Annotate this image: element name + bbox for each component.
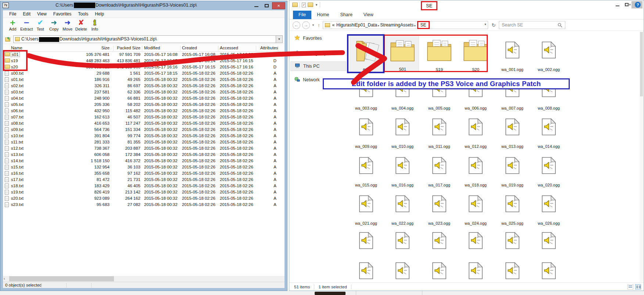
table-row[interactable]: s08.txt416 653117 2472015-05-18 00:32201… — [3, 121, 285, 127]
folder-item[interactable]: edit — [350, 35, 383, 72]
file-item[interactable] — [496, 262, 529, 281]
file-item[interactable]: wa_020.ogg — [532, 151, 565, 188]
file-item[interactable]: wa_016.ogg — [386, 151, 419, 188]
info-button[interactable]: iInfo — [88, 18, 101, 31]
sidebar-item-homegroup[interactable]: Homegroup — [294, 50, 327, 57]
file-item[interactable]: wa_023.ogg — [423, 189, 456, 226]
menu-item-view[interactable]: View — [34, 11, 50, 17]
file-item[interactable]: wa_012.ogg — [459, 112, 492, 149]
file-item[interactable] — [496, 232, 529, 250]
table-row[interactable]: s19448 283 463413 836 4812015-05-17 16:1… — [3, 58, 285, 64]
file-item[interactable] — [386, 262, 419, 281]
file-item[interactable]: wa_009.ogg — [350, 112, 383, 149]
column-header-created[interactable]: Created — [182, 46, 197, 50]
file-item[interactable] — [459, 232, 492, 250]
file-item[interactable]: wa_002.ogg — [532, 35, 565, 72]
breadcrumb-item-se[interactable]: SE — [417, 21, 430, 29]
table-row[interactable]: s11.txt281 33381 3552015-05-18 00:322015… — [3, 139, 285, 146]
breadcrumb-overflow[interactable]: « — [332, 22, 334, 28]
file-item[interactable] — [423, 262, 456, 281]
breadcrumb[interactable]: « HigurashiEp01_Data ▸ StreamingAssets ▸… — [323, 21, 488, 29]
parent-folder-icon[interactable]: ↰ — [5, 36, 11, 42]
file-item[interactable]: wa_018.ogg — [459, 151, 492, 188]
menu-item-favorites[interactable]: Favorites — [50, 11, 75, 17]
file-item[interactable]: wa_017.ogg — [423, 151, 456, 188]
file-item[interactable] — [532, 262, 565, 281]
menu-item-edit[interactable]: Edit — [19, 11, 34, 17]
copy-button[interactable]: ➜Copy — [47, 18, 61, 31]
tab-file[interactable]: File — [293, 11, 311, 19]
file-item[interactable]: wa_013.ogg — [496, 112, 529, 149]
sidebar-item-network[interactable]: Network — [294, 77, 320, 83]
table-row[interactable]: s03.txt237 58162 3362015-05-18 00:322015… — [3, 89, 285, 96]
refresh-icon[interactable]: ↻ — [490, 22, 497, 28]
new-folder-icon[interactable] — [308, 3, 313, 7]
table-row[interactable]: s00.txt29 6881 5612015-05-17 18:152015-0… — [3, 71, 285, 77]
file-item[interactable] — [386, 232, 419, 250]
column-header-modified[interactable]: Modified — [144, 46, 160, 50]
folder-item[interactable]: S19 — [423, 35, 456, 72]
breadcrumb-item-higurashiep01_data[interactable]: HigurashiEp01_Data — [336, 22, 377, 28]
sevenzip-path-combobox[interactable]: C:\UsersDownloads\Higurashi\HigurashiPS3… — [13, 35, 283, 43]
file-item[interactable] — [350, 262, 383, 281]
table-row[interactable]: s01105 376 48197 591 7092015-05-17 16:08… — [3, 52, 285, 58]
column-header-name[interactable]: Name — [11, 46, 22, 50]
table-row[interactable]: s17.txt81 47221 7312015-05-18 00:322015-… — [3, 177, 285, 183]
delete-button[interactable]: ✘Delete — [74, 18, 88, 31]
details-view-icon[interactable] — [627, 284, 633, 289]
column-header-accessed[interactable]: Accessed — [220, 46, 238, 50]
address-dropdown-icon[interactable]: ▼ — [484, 23, 487, 26]
file-item[interactable] — [459, 262, 492, 281]
menu-item-tools[interactable]: Tools — [75, 11, 92, 17]
menu-item-help[interactable]: Help — [92, 11, 107, 17]
file-item[interactable]: wa_025.ogg — [496, 189, 529, 226]
column-header-packed-size[interactable]: Packed Size — [112, 46, 140, 50]
column-header-size[interactable]: Size — [54, 46, 110, 50]
extract-button[interactable]: −Extract — [19, 18, 33, 31]
file-item[interactable]: wa_021.ogg — [350, 189, 383, 226]
move-button[interactable]: ➜Move — [61, 18, 74, 31]
column-header-attributes[interactable]: Attributes — [260, 46, 276, 50]
file-item[interactable]: wa_014.ogg — [532, 112, 565, 149]
search-box[interactable]: Search SE — [499, 21, 565, 29]
tab-home[interactable]: Home — [311, 11, 334, 19]
file-item[interactable]: wa_022.ogg — [386, 189, 419, 226]
qat-dropdown-icon[interactable]: ▼ — [315, 3, 318, 7]
minimize-button[interactable] — [613, 1, 622, 8]
up-button[interactable]: ↑ — [316, 22, 321, 28]
file-item[interactable] — [532, 232, 565, 250]
minimize-button[interactable] — [251, 2, 262, 9]
table-row[interactable]: s15.txt132 95436 1032015-05-18 00:322015… — [3, 164, 285, 171]
file-item[interactable] — [423, 232, 456, 250]
file-item[interactable]: wa_011.ogg — [423, 112, 456, 149]
table-row[interactable]: s02.txt326 31186 6972015-05-18 00:322015… — [3, 83, 285, 89]
folder-item[interactable]: S01 — [386, 35, 419, 72]
horizontal-scrollbar[interactable]: ‹ — [3, 276, 285, 282]
close-button[interactable]: × — [272, 2, 285, 9]
table-row[interactable]: s14.txt1 518 150416 3722015-05-18 00:322… — [3, 158, 285, 164]
table-row[interactable]: s01.txt186 91649 2652015-05-18 00:322015… — [3, 77, 285, 83]
table-row[interactable]: s20.txt923 089264 1622015-05-18 00:32201… — [3, 196, 285, 202]
recent-locations-icon[interactable]: ▼ — [312, 24, 315, 27]
scrollbar-thumb[interactable] — [9, 276, 114, 281]
table-row[interactable]: s23.txt95 68327 0822015-05-18 00:322015-… — [3, 202, 285, 208]
table-row[interactable]: s20580 093 725543 383 9662015-05-17 16:1… — [3, 64, 285, 71]
table-row[interactable]: s13.txt606 058172 3842015-05-18 00:32201… — [3, 152, 285, 158]
expand-ribbon-icon[interactable]: ▼ — [628, 3, 632, 7]
table-row[interactable]: s07.txt162 61346 5072015-05-18 00:322015… — [3, 114, 285, 121]
folder-item[interactable]: S20 — [459, 35, 492, 72]
path-dropdown-button[interactable]: ▼ — [276, 36, 282, 43]
file-item[interactable]: wa_010.ogg — [386, 112, 419, 149]
table-row[interactable]: s16.txt355 65897 1622015-05-18 00:322015… — [3, 171, 285, 177]
tab-share[interactable]: Share — [335, 11, 358, 19]
table-row[interactable]: s10.txt391 80499 7742015-05-18 00:322015… — [3, 133, 285, 139]
file-item[interactable]: wa_024.ogg — [459, 189, 492, 226]
add-button[interactable]: +Add — [6, 18, 19, 31]
file-item[interactable] — [350, 232, 383, 250]
table-row[interactable]: s06.txt432 950115 4822015-05-18 00:32201… — [3, 108, 285, 114]
sidebar-item-favorites[interactable]: Favorites — [294, 35, 322, 42]
maximize-button[interactable] — [262, 2, 272, 9]
forward-button[interactable]: → — [302, 21, 310, 29]
help-icon[interactable]: ? — [635, 2, 641, 8]
file-item[interactable]: wa_015.ogg — [350, 151, 383, 188]
